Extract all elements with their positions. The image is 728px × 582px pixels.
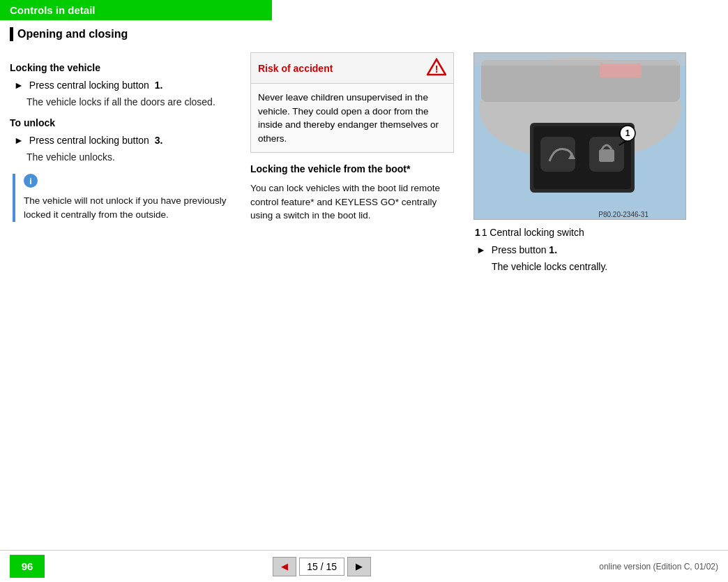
svg-rect-10 <box>599 149 614 162</box>
middle-column: Risk of accident ! Never leave children … <box>241 52 464 565</box>
page-label: 15 / 15 <box>299 558 344 576</box>
header-title: Controls in detail <box>10 4 96 16</box>
right-step-detail: The vehicle locks centrally. <box>492 260 691 274</box>
info-icon: i <box>24 174 38 188</box>
section-title-text: Opening and closing <box>17 28 128 40</box>
risk-title: Risk of accident <box>258 63 333 74</box>
right-step-arrow: ► <box>476 244 486 255</box>
car-boot-svg: 1 P80.20-2346-31 <box>474 53 686 220</box>
step2-bullet: ► Press central locking button 3. <box>14 134 231 148</box>
step1-arrow: ► <box>14 80 24 91</box>
left-column: Locking the vehicle ► Press central lock… <box>0 52 241 565</box>
right-item-num: 1 <box>475 227 480 238</box>
svg-rect-16 <box>600 64 642 77</box>
locking-title: Locking the vehicle <box>10 62 231 73</box>
step1-detail: The vehicle locks if all the doors are c… <box>26 96 231 110</box>
svg-text:1: 1 <box>625 128 630 138</box>
risk-header: Risk of accident ! <box>251 53 453 84</box>
svg-rect-15 <box>474 53 686 66</box>
right-column: 1 P80.20-2346-31 1 1 Central locking swi… <box>464 52 701 565</box>
section-title-row: Opening and closing <box>0 20 728 45</box>
step1-bullet: ► Press central locking button 1. <box>14 79 231 93</box>
car-image-box: 1 P80.20-2346-31 <box>473 52 686 220</box>
right-item-label: 1 1 Central locking switch <box>475 227 691 238</box>
prev-button[interactable]: ◀ <box>273 557 296 576</box>
info-block: i The vehicle will not unlock if you hav… <box>13 174 231 221</box>
svg-rect-7 <box>540 137 575 172</box>
risk-triangle-icon: ! <box>427 58 446 78</box>
nav-controls: ◀ 15 / 15 ▶ <box>273 557 371 576</box>
step1-text: Press central locking button 1. <box>29 79 162 93</box>
svg-text:!: ! <box>435 64 439 75</box>
footer: 96 ◀ 15 / 15 ▶ online version (Edition C… <box>0 550 728 582</box>
warning-triangle-svg: ! <box>427 58 446 76</box>
step2-text: Press central locking button 3. <box>29 134 162 148</box>
footer-online-text: online version (Edition C, 01/02) <box>599 562 718 572</box>
boot-subtitle: Locking the vehicle from the boot* <box>250 163 454 176</box>
step2-detail: The vehicle unlocks. <box>26 151 231 165</box>
risk-box: Risk of accident ! Never leave children … <box>250 52 454 153</box>
right-step-text: Press button 1. <box>492 244 557 258</box>
page-number-badge: 96 <box>10 555 45 578</box>
right-step-bullet: ► Press button 1. <box>476 244 691 258</box>
right-item-desc: 1 Central locking switch <box>482 227 584 238</box>
info-text: The vehicle will not unlock if you have … <box>24 194 231 221</box>
step2-arrow: ► <box>14 135 24 146</box>
header-bar: Controls in detail <box>0 0 272 20</box>
section-title-bar-decoration <box>10 27 13 41</box>
main-content: Locking the vehicle ► Press central lock… <box>0 45 728 565</box>
unlock-title: To unlock <box>10 117 231 128</box>
next-button[interactable]: ▶ <box>347 557 371 576</box>
svg-text:P80.20-2346-31: P80.20-2346-31 <box>598 211 649 218</box>
svg-rect-4 <box>481 60 680 102</box>
risk-body: Never leave children unsupervised in the… <box>251 84 453 152</box>
boot-body: You can lock vehicles with the boot lid … <box>250 181 454 223</box>
